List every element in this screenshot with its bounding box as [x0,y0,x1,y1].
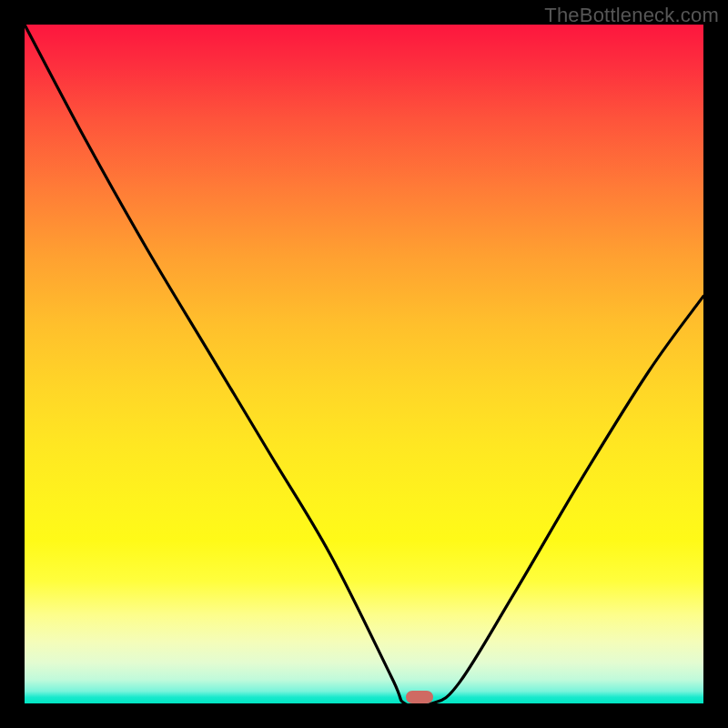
plot-area [25,25,703,703]
watermark-text: TheBottleneck.com [544,4,719,27]
chart-frame: TheBottleneck.com [0,0,728,728]
optimal-point-marker [406,691,433,703]
bottleneck-curve [25,25,703,703]
